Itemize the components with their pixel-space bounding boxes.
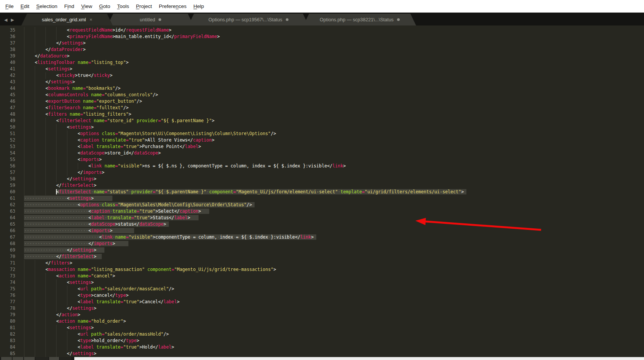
- code-line-47[interactable]: 47 <filterSearch name="fulltext"/>: [0, 105, 644, 111]
- code-line-70[interactable]: 70············</filterSelect>: [0, 253, 644, 260]
- code-line-45[interactable]: 45 <columnsControls name="columns_contro…: [0, 92, 644, 98]
- indent-whitespace: [24, 53, 35, 59]
- code-line-53[interactable]: 53 <label translate="true">Purchase Poin…: [0, 143, 644, 150]
- code-line-40[interactable]: 40 <listingToolbar name="listing_top">: [0, 59, 644, 66]
- tab-options-php-scp38221[interactable]: Options.php — scp38221\...\Status: [303, 14, 416, 25]
- menu-item-view[interactable]: View: [78, 3, 96, 9]
- scrollbar-segment[interactable]: [60, 357, 71, 360]
- code-token: >Purchase Point</: [139, 144, 185, 149]
- menu-item-tools[interactable]: Tools: [114, 3, 133, 9]
- code-line-55[interactable]: 55 <imports>: [0, 156, 644, 163]
- line-number: 47: [0, 105, 15, 111]
- code-line-60[interactable]: 60 <filterSelect·name="status"·provider=…: [0, 189, 644, 195]
- menu-item-find[interactable]: Find: [61, 3, 78, 9]
- code-token: [80, 99, 83, 104]
- scrollbar-segment[interactable]: [1, 357, 12, 360]
- code-line-65[interactable]: 65························<dataScope>sta…: [0, 221, 644, 228]
- code-line-75[interactable]: 75 <url path="sales/order/massCancel"/>: [0, 286, 644, 292]
- code-token: "listing_top": [91, 60, 126, 65]
- code-token: "sales/order/massHold": [104, 331, 163, 337]
- code-line-77[interactable]: 77 <label translate="true">Cancel</label…: [0, 299, 644, 305]
- code-line-83[interactable]: 83 <type>hold_order</type>: [0, 338, 644, 344]
- code-line-85[interactable]: 85 </settings>: [0, 350, 644, 357]
- menu-item-help[interactable]: Help: [190, 3, 208, 9]
- code-line-36[interactable]: 36 <primaryFieldName>main_table.entity_i…: [0, 33, 644, 40]
- code-line-79[interactable]: 79 </action>: [0, 312, 644, 318]
- code-line-72[interactable]: 72 <massaction name="listing_massaction"…: [0, 266, 644, 273]
- code-line-59[interactable]: 59 </filterSelect>: [0, 182, 644, 189]
- code-line-78[interactable]: 78 </settings>: [0, 305, 644, 312]
- scrollbar-track[interactable]: [74, 357, 644, 360]
- tab-options-php-scp19567[interactable]: Options.php — scp19567\...\Status: [188, 14, 309, 25]
- menu-item-file[interactable]: File: [2, 3, 17, 9]
- code-token: translate: [96, 344, 120, 350]
- tab-close-icon[interactable]: ×: [90, 17, 93, 22]
- code-line-42[interactable]: 42 <sticky>true</sticky>: [0, 72, 644, 79]
- code-line-35[interactable]: 35 <requestFieldName>id</requestFieldNam…: [0, 27, 644, 33]
- code-line-52[interactable]: 52 <caption translate="true">All Store V…: [0, 137, 644, 143]
- code-line-62[interactable]: 62····················<options·class="Ma…: [0, 202, 644, 208]
- scrollbar-segment[interactable]: [13, 357, 23, 360]
- menu-item-edit[interactable]: Edit: [17, 3, 33, 9]
- tab-sales-order-grid-xml[interactable]: sales_order_grid.xml×: [21, 14, 113, 25]
- line-number: 68: [0, 241, 15, 247]
- tab-nav-prev-icon[interactable]: ◀: [3, 17, 8, 23]
- indent-whitespace: [24, 131, 78, 137]
- code-line-82[interactable]: 82 <url path="sales/order/massHold"/>: [0, 331, 644, 338]
- code-line-37[interactable]: 37 </settings>: [0, 40, 644, 46]
- code-line-54[interactable]: 54 <dataScope>store_id</dataScope>: [0, 150, 644, 156]
- code-line-43[interactable]: 43 </settings>: [0, 79, 644, 85]
- code-line-63[interactable]: 63························<caption·trans…: [0, 208, 644, 215]
- code-token: [88, 331, 91, 337]
- code-token: imports: [91, 228, 110, 233]
- menu-item-preferences[interactable]: Preferences: [155, 3, 190, 9]
- code-line-39[interactable]: 39 </dataSource>: [0, 53, 644, 59]
- scrollbar-segment[interactable]: [24, 357, 35, 360]
- line-number: 74: [0, 279, 15, 286]
- line-number: 70: [0, 253, 15, 260]
- code-line-68[interactable]: 68························</imports>: [0, 241, 644, 247]
- code-line-76[interactable]: 76 <type>cancel</type>: [0, 292, 644, 299]
- code-line-81[interactable]: 81 <settings>: [0, 325, 644, 331]
- code-line-49[interactable]: 49 <filterSelect name="store_id" provide…: [0, 118, 644, 124]
- code-line-73[interactable]: 73 <action name="cancel">: [0, 273, 644, 279]
- code-line-41[interactable]: 41 <settings>: [0, 66, 644, 72]
- code-line-66[interactable]: 66························<imports>: [0, 228, 644, 234]
- code-line-71[interactable]: 71 </filters>: [0, 260, 644, 266]
- code-line-80[interactable]: 80 <action name="hold_order">: [0, 318, 644, 325]
- code-line-58[interactable]: 58 </settings>: [0, 176, 644, 182]
- line-number: 84: [0, 344, 15, 350]
- selected-newline-space: [96, 247, 104, 253]
- code-line-69[interactable]: 69················</settings>: [0, 247, 644, 253]
- tab-label: Options.php — scp19567\...\Status: [208, 17, 282, 22]
- code-line-50[interactable]: 50 <settings>: [0, 124, 644, 131]
- code-line-46[interactable]: 46 <exportButton name="export_button"/>: [0, 98, 644, 105]
- editor-pane[interactable]: 35 <requestFieldName>id</requestFieldNam…: [0, 25, 644, 357]
- code-line-67[interactable]: 67····························<link·name…: [0, 234, 644, 241]
- code-token: "${: [155, 189, 163, 194]
- tab-untitled[interactable]: untitled: [107, 14, 194, 25]
- scrollbar-segment[interactable]: [49, 357, 59, 360]
- code-line-56[interactable]: 56 <link name="visible">ns = ${ $.ns }, …: [0, 163, 644, 169]
- code-line-48[interactable]: 48 <filters name="listing_filters">: [0, 111, 644, 118]
- code-token: index: [220, 234, 233, 240]
- code-token: settings: [72, 351, 94, 356]
- horizontal-scrollbar[interactable]: [0, 357, 644, 360]
- code-line-84[interactable]: 84 <label translate="true">Hold</label>: [0, 344, 644, 350]
- code-line-74[interactable]: 74 <settings>: [0, 279, 644, 286]
- code-line-51[interactable]: 51 <options class="Magento\Store\Ui\Comp…: [0, 131, 644, 137]
- menu-item-project[interactable]: Project: [133, 3, 155, 9]
- code-line-61[interactable]: 61················<settings>: [0, 195, 644, 202]
- menu-item-selection[interactable]: Selection: [33, 3, 61, 9]
- code-line-64[interactable]: 64························<label·transla…: [0, 215, 644, 221]
- code-line-38[interactable]: 38 </dataProvider>: [0, 46, 644, 53]
- line-number: 80: [0, 318, 15, 325]
- menu-item-goto[interactable]: Goto: [96, 3, 114, 9]
- line-number: 46: [0, 98, 15, 105]
- selection-highlight: ················</settings>: [24, 247, 104, 253]
- code-line-57[interactable]: 57 </imports>: [0, 169, 644, 176]
- scrollbar-segment[interactable]: [35, 357, 48, 360]
- tab-nav-next-icon[interactable]: ▶: [10, 17, 15, 23]
- code-line-44[interactable]: 44 <bookmark name="bookmarks"/>: [0, 85, 644, 92]
- indent-whitespace: [24, 299, 78, 305]
